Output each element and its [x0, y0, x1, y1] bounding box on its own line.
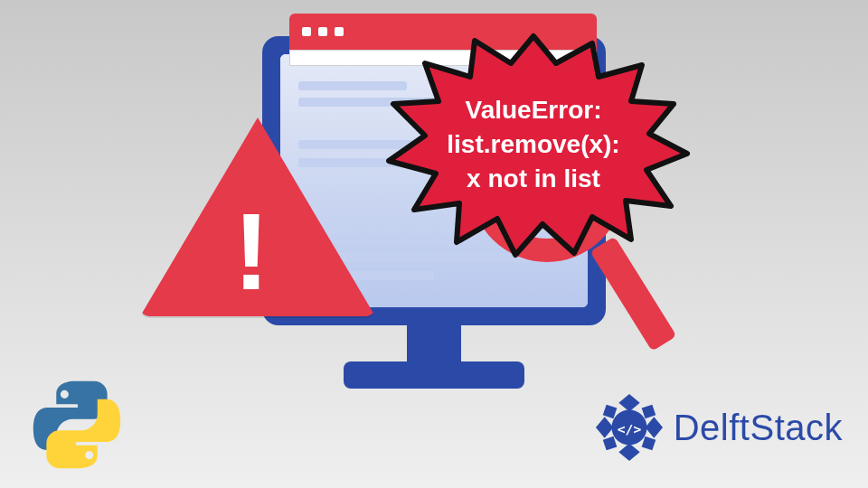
brand-name: DelftStack	[674, 408, 843, 448]
svg-marker-3	[645, 417, 663, 437]
svg-marker-5	[641, 405, 656, 419]
svg-marker-1	[618, 444, 639, 462]
delftstack-logo-icon: </>	[594, 392, 665, 463]
svg-marker-6	[602, 436, 617, 451]
svg-text:</>: </>	[618, 421, 642, 436]
error-burst-bubble: ValueError: list.remove(x): x not in lis…	[371, 27, 696, 262]
svg-marker-7	[641, 436, 656, 451]
python-logo-icon	[32, 380, 122, 470]
svg-marker-4	[602, 405, 617, 419]
monitor-stand-base	[344, 361, 524, 389]
warning-exclamation: !	[233, 197, 269, 305]
error-line-2: list.remove(x):	[447, 130, 619, 158]
window-control-dot	[302, 27, 311, 36]
window-control-dot	[335, 27, 344, 36]
error-line-1: ValueError:	[466, 96, 602, 124]
error-line-3: x not in list	[467, 164, 600, 192]
window-control-dot	[318, 27, 327, 36]
svg-marker-2	[596, 417, 614, 437]
illustration-canvas: ! ValueError: list.remove(x): x not in l…	[0, 0, 868, 488]
error-message: ValueError: list.remove(x): x not in lis…	[371, 27, 696, 262]
brand-lockup: </> DelftStack	[594, 392, 843, 463]
svg-marker-0	[618, 394, 639, 412]
